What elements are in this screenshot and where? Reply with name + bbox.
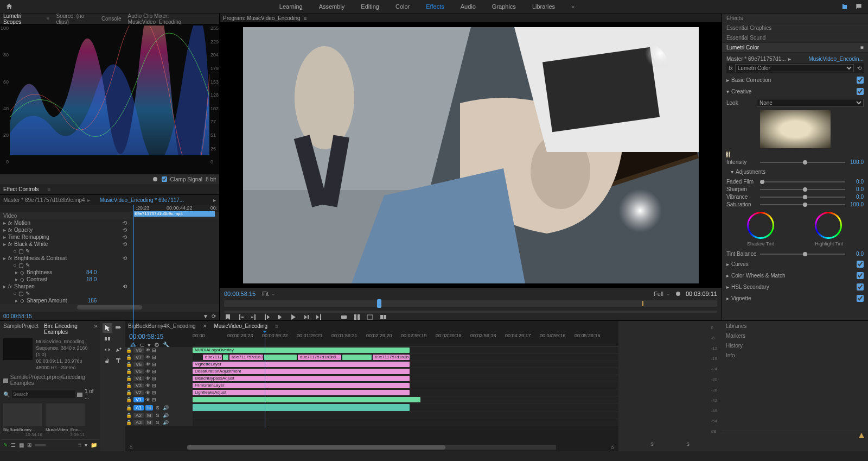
sync-icon[interactable] (841, 3, 848, 10)
program-menu-icon[interactable]: ≡ (304, 15, 307, 21)
look-prev-icon[interactable]: ‹ (729, 151, 730, 157)
sec-color-wheels[interactable]: ▸Color Wheels & Match (726, 270, 864, 281)
sort-icon[interactable]: ≡ (78, 442, 81, 448)
tab-markers[interactable]: Markers (722, 331, 868, 340)
icon-view-icon[interactable]: ▦ (19, 442, 24, 448)
look-next-icon[interactable]: › (726, 151, 727, 157)
tab-history[interactable]: History (722, 340, 868, 350)
clip[interactable] (264, 355, 297, 360)
goto-in-icon[interactable] (263, 313, 271, 321)
ws-learning[interactable]: Learning (279, 3, 303, 10)
tab-effects-panel[interactable]: Effects (722, 14, 868, 23)
ec-row[interactable]: ▸Time Remapping⟲ (0, 233, 219, 241)
extract-icon[interactable] (353, 313, 361, 321)
ec-row[interactable]: ▸◇Contrast18.0 (0, 276, 219, 283)
goto-out-icon[interactable] (315, 313, 323, 321)
clip[interactable]: VignetteLayer (193, 362, 410, 367)
lumetri-menu-icon[interactable]: ≡ (860, 45, 864, 50)
find-icon[interactable]: ▾ (85, 442, 87, 448)
home-icon[interactable] (5, 3, 13, 10)
tab-lumetri-scopes[interactable]: Lumetri Scopes (3, 13, 38, 25)
tab-bin[interactable]: Bin: Encoding Examples (44, 323, 88, 335)
ec-row[interactable]: ▸fxOpacity⟲ (0, 226, 219, 233)
tab-libraries[interactable]: Libraries (722, 321, 868, 331)
tl-zoom-slider[interactable] (187, 445, 557, 450)
clip[interactable]: 69e711757d1b3b... (373, 355, 410, 360)
ws-audio[interactable]: Audio (461, 3, 476, 10)
proj-overflow-icon[interactable]: » (94, 323, 97, 335)
step-back-icon[interactable] (276, 313, 284, 321)
tl-timecode[interactable]: 00:00:58:15 (129, 333, 188, 340)
ripple-edit-tool[interactable] (103, 334, 112, 344)
ec-row[interactable]: ▸fxMotion⟲ (0, 219, 219, 226)
program-video[interactable] (243, 27, 699, 283)
tab-lumetri-color[interactable]: Lumetri Color≡ (722, 43, 868, 53)
ec-row[interactable]: ▸◇Brightness84.0 (0, 269, 219, 276)
new-bin-icon[interactable] (77, 391, 82, 397)
ws-graphics[interactable]: Graphics (492, 3, 516, 10)
faded-slider[interactable] (760, 181, 845, 182)
selection-tool[interactable] (103, 323, 112, 333)
clip[interactable]: 69e711757d1b3b9... (298, 355, 341, 360)
button-editor-icon[interactable] (710, 313, 717, 321)
tl-ruler[interactable]: 00:0000:00:29:2300:00:59:2200:01:29:2100… (193, 331, 618, 347)
add-marker-icon[interactable] (224, 313, 232, 321)
ec-zoom-slider[interactable] (77, 305, 142, 310)
clamp-checkbox[interactable] (162, 176, 167, 182)
ec-row[interactable]: ▸fxBrightness & Contrast⟲ (0, 255, 219, 262)
clip[interactable]: NVIDIALogoOverlay (193, 348, 410, 353)
program-timecode[interactable]: 00:00:58:15 (224, 291, 256, 297)
tab-info[interactable]: Info (722, 350, 868, 360)
fit-dropdown-icon[interactable]: ⌄ (271, 290, 276, 297)
tl-expand-icon[interactable]: ○ (129, 444, 133, 451)
clip[interactable]: 69e711757d1b3b9... (229, 355, 263, 360)
warning-icon[interactable] (858, 432, 865, 439)
razor-tool[interactable] (113, 334, 123, 344)
bits-label[interactable]: 8 bit (206, 176, 216, 182)
clip[interactable]: LightleaksAdjust (193, 390, 410, 395)
list-view-icon[interactable]: ☰ (11, 442, 16, 448)
play-icon[interactable] (289, 313, 297, 321)
reset-icon[interactable]: ⟲ (857, 65, 861, 71)
sec-vignette[interactable]: ▸Vignette (726, 293, 864, 304)
sharpen-slider[interactable] (760, 189, 845, 190)
ws-libraries[interactable]: Libraries (532, 3, 555, 10)
shadow-tint-wheel[interactable] (747, 212, 774, 239)
ws-assembly[interactable]: Assembly (319, 3, 345, 10)
ec-timeline[interactable]: :29:23 00:00:44:22 00: 69e711757d1b3b9c.… (0, 205, 219, 212)
intensity-slider[interactable] (760, 162, 845, 163)
tab-console[interactable]: Console (101, 16, 122, 22)
program-quality[interactable]: Full (654, 291, 663, 297)
notification-icon[interactable] (855, 3, 863, 10)
tint-balance-slider[interactable] (760, 254, 845, 255)
look-dropdown[interactable]: None (757, 99, 864, 107)
comparison-icon[interactable] (379, 313, 387, 321)
lumetri-effect-dropdown[interactable]: Lumetri Color (735, 64, 854, 72)
slip-tool[interactable] (103, 345, 112, 355)
clip[interactable] (223, 355, 228, 360)
tab-essential-graphics[interactable]: Essential Graphics (722, 23, 868, 33)
wrench-icon[interactable] (152, 176, 158, 182)
type-tool[interactable] (113, 356, 123, 365)
creative-enable[interactable] (857, 88, 864, 95)
project-search[interactable] (12, 390, 75, 398)
ec-refresh-icon[interactable]: ⟳ (212, 313, 216, 319)
new-bin-footer-icon[interactable]: 📁 (91, 442, 97, 448)
project-item[interactable]: BigBuckBunny... 10:34:16 (3, 403, 42, 437)
tab-essential-sound[interactable]: Essential Sound (722, 33, 868, 43)
quality-dropdown-icon[interactable]: ⌄ (666, 290, 671, 297)
mark-out-icon[interactable] (250, 313, 258, 321)
tab-menu-icon[interactable]: ≡ (47, 16, 50, 22)
tl-tab-2[interactable]: MusicVideo_Encoding (214, 323, 267, 329)
ec-row[interactable]: ▸◇Sharpen Amount186 (0, 297, 219, 304)
highlight-tint-wheel[interactable] (815, 212, 842, 239)
clip[interactable] (193, 404, 410, 411)
ws-effects[interactable]: Effects (426, 3, 444, 10)
ec-filter-icon[interactable]: ▼ (203, 313, 208, 319)
freeform-view-icon[interactable]: ⊞ (27, 442, 31, 448)
sec-basic-correction[interactable]: ▸Basic Correction (726, 74, 864, 86)
zoom-slider[interactable] (35, 444, 46, 446)
tab-project[interactable]: SampleProject (3, 323, 39, 335)
step-forward-icon[interactable] (302, 313, 310, 321)
tab-audio-mixer[interactable]: Audio Clip Mixer: MusicVideo_Encoding (128, 13, 216, 25)
